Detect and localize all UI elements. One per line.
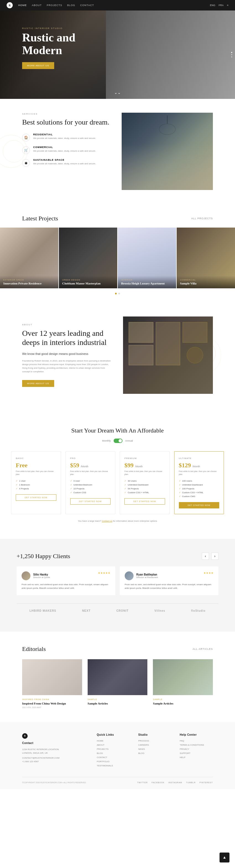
footer-link-testimonials[interactable]: TESTIMONIALS — [97, 765, 130, 767]
project-name-1: Innovation Private Residence — [3, 282, 55, 285]
pricing-cta-basic[interactable]: GET STARTED NOW — [16, 494, 56, 501]
footer-link-about[interactable]: ABOUT — [97, 744, 130, 746]
footer-help-terms[interactable]: TERMS & CONDITIONS — [180, 744, 213, 746]
footer-studio-blog[interactable]: BLOG — [138, 752, 171, 754]
hero-nav-dot-3[interactable] — [231, 56, 232, 57]
social-pinterest[interactable]: PINTEREST — [200, 781, 213, 783]
project-card-2[interactable]: URBAN DESIGN Chobham Manor Masterplan — [59, 227, 117, 288]
pricing-features-ultimate: 100 Users Unlimited Dashboard 100 Projec… — [179, 480, 219, 498]
nav-link-about[interactable]: ABOUT — [32, 4, 42, 7]
pricing-price-pro: $59 /Month — [70, 462, 111, 469]
pricing-cta-pro[interactable]: GET STARTED NOW — [70, 498, 111, 504]
editorials-all-link[interactable]: ALL ARTICLES — [193, 648, 213, 650]
nav-link-blog[interactable]: BLOG — [67, 4, 75, 7]
hero-side-navigation — [231, 52, 232, 57]
project-dot-1[interactable] — [115, 293, 117, 294]
hero-nav-dot-1[interactable] — [231, 52, 232, 53]
hero-studio-label: RUSTIC INTERIOR STUDIO — [22, 27, 76, 30]
feature-premium-1: 30 Users — [124, 480, 165, 482]
project-card-3[interactable]: INTERIOR Brossia Heigh Luxury Apartment — [118, 227, 176, 288]
hero-cta-button[interactable]: MORE ABOUT US — [22, 62, 54, 69]
nav-link-home[interactable]: HOME — [18, 4, 27, 7]
footer-studio-process[interactable]: PROCESS — [138, 740, 171, 742]
service-item-residential: 🏠 RESIDENTIAL We provide all materials, … — [22, 133, 113, 142]
social-facebook[interactable]: FACEBOOK — [151, 781, 165, 783]
feature-ultimate-3: 100 Projects — [179, 488, 219, 490]
projects-pagination — [0, 293, 235, 294]
pricing-enterprise-link[interactable]: Contact us — [102, 520, 112, 522]
editorial-category-2: SAMPLE — [88, 699, 148, 701]
testimonials-section: +1,250 Happy Clients ‹ › Silio Hanky Dir… — [0, 539, 235, 631]
pricing-cta-premium[interactable]: GET STARTED NOW — [124, 498, 165, 504]
testimonials-next-button[interactable]: › — [211, 553, 218, 560]
service-item-sustainable: ◉ SUSTAINABLE SPACE We provide all mater… — [22, 158, 113, 167]
editorials-grid: INSPIRED FROM CHINA Inspired From China … — [22, 659, 213, 708]
editorial-title-2: Sample Articles — [88, 702, 148, 705]
nav-logo[interactable]: R — [7, 2, 13, 8]
client-logo-3: CRONIT — [116, 609, 128, 612]
project-overlay-3: INTERIOR Brossia Heigh Luxury Apartment — [118, 276, 176, 288]
hero-nav-dot-2[interactable] — [231, 54, 232, 55]
footer: R Contact 1234 RUSTIC INTERIOR LOCATION … — [0, 722, 235, 789]
about-section: ABOUT Over 12 years leading and deeps in… — [0, 300, 235, 410]
nav-lang-fra[interactable]: FRA — [219, 4, 224, 7]
editorial-card-1[interactable]: INSPIRED FROM CHINA Inspired From China … — [22, 659, 82, 708]
footer-top: R Contact 1234 RUSTIC INTERIOR LOCATION … — [22, 733, 213, 769]
feature-basic-2: 1 Bedroom — [16, 484, 56, 486]
pricing-cta-ultimate[interactable]: GET STARTED NOW — [179, 502, 219, 508]
footer-studio-news[interactable]: NEWS — [138, 748, 171, 750]
pricing-card-premium: PREMIUM $99 /Month Free while to test pl… — [120, 451, 170, 514]
hero-section: RUSTIC INTERIOR STUDIO Rustic and Modern… — [0, 10, 235, 99]
nav-link-contact[interactable]: CONTACT — [80, 4, 94, 7]
project-card-1[interactable]: EXTERIOR SPACE Innovation Private Reside… — [0, 227, 58, 288]
testimonials-prev-button[interactable]: ‹ — [202, 553, 209, 560]
social-tumblr[interactable]: TUMBLR — [186, 781, 196, 783]
about-left: ABOUT Over 12 years leading and deeps in… — [22, 323, 112, 387]
footer-bottom: ©COPYRIGHT 2020 RUSTICINTERIOR.COM • ALL… — [22, 777, 213, 783]
footer-help-col: Help Center FAQ TERMS & CONDITIONS PRIVA… — [180, 733, 213, 769]
footer-link-projects[interactable]: PROJECTS — [97, 748, 130, 750]
editorial-category-3: SAMPLE — [153, 699, 213, 701]
editorial-meta-1: JULY 4TH, 2020 AMIT — [22, 707, 82, 708]
nav-link-projects[interactable]: PROJECTS — [47, 4, 62, 7]
editorial-title-1: Inspired From China Web Design — [22, 702, 82, 705]
billing-toggle[interactable] — [114, 439, 122, 443]
editorial-card-2[interactable]: SAMPLE Sample Articles — [88, 659, 148, 708]
projects-all-link[interactable]: ALL PROJECTS — [191, 217, 213, 220]
social-instagram[interactable]: INSTAGRAM — [168, 781, 182, 783]
feature-premium-4: Custom CSS + HTML — [124, 491, 165, 494]
footer-contact-col: R Contact 1234 RUSTIC INTERIOR LOCATION … — [22, 733, 88, 769]
project-dot-2[interactable] — [118, 293, 120, 294]
footer-link-contact[interactable]: CONTACT — [97, 756, 130, 758]
about-tag: ABOUT — [22, 323, 112, 326]
pricing-features-pro: 3 User Unlimited Bedroom 10 Projects Cus… — [70, 480, 111, 494]
editorial-image-3 — [153, 659, 213, 695]
footer-link-blog[interactable]: BLOG — [97, 752, 130, 754]
project-overlay-2: URBAN DESIGN Chobham Manor Masterplan — [59, 276, 117, 288]
footer-help-privacy[interactable]: PRIVACY — [180, 748, 213, 750]
footer-help-support[interactable]: SUPPORT — [180, 752, 213, 754]
footer-studio-col: Studio PROCESS CAREERS NEWS BLOG — [138, 733, 171, 769]
social-twitter[interactable]: TWITTER — [137, 781, 148, 783]
footer-link-home[interactable]: HOME — [97, 740, 130, 742]
pricing-card-pro: PRO $59 /Month Free while to test plan. … — [65, 451, 116, 514]
pricing-price-premium: $99 /Month — [124, 462, 165, 469]
testimonial-name-2: Ryan Battleplan — [136, 573, 158, 576]
editorial-card-3[interactable]: SAMPLE Sample Articles — [153, 659, 213, 708]
nav-lang-eng[interactable]: ENG — [210, 4, 215, 7]
hamburger-icon[interactable]: ≡ — [227, 4, 228, 7]
testimonial-avatar-1 — [22, 571, 30, 580]
footer-help-help[interactable]: HELP — [180, 756, 213, 758]
footer-help-faq[interactable]: FAQ — [180, 740, 213, 742]
hero-title: Rustic and Modern — [22, 31, 76, 57]
clients-logos: LHBIRD MAKERS NEXT CRONIT Villnes floStu… — [17, 603, 218, 618]
about-cta-button[interactable]: MORE ABOUT US — [22, 380, 54, 387]
project-name-3: Brossia Heigh Luxury Apartment — [121, 282, 173, 285]
footer-studio-careers[interactable]: CAREERS — [138, 744, 171, 746]
client-logo-1: LHBIRD MAKERS — [30, 609, 56, 612]
project-card-4[interactable]: COMMERCIAL Sample Villa — [177, 227, 235, 288]
editorials-section: Editorials ALL ARTICLES INSPIRED FROM CH… — [0, 631, 235, 722]
services-tag: SERVICES — [22, 113, 113, 115]
footer-link-portfolio[interactable]: PORTFOLIO — [97, 760, 130, 763]
feature-premium-3: 54 Projects — [124, 488, 165, 490]
